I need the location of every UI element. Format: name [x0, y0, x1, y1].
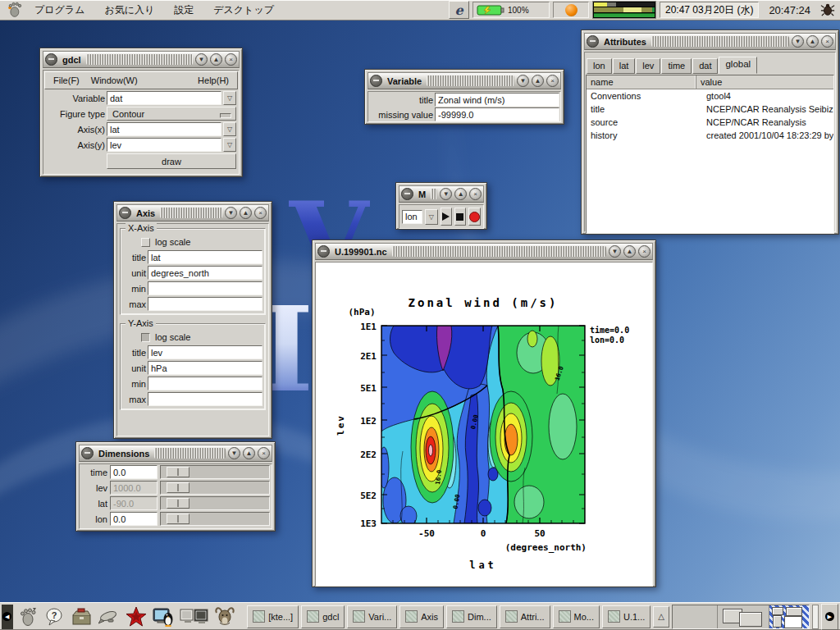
record-button[interactable]: [468, 208, 481, 226]
menu-file[interactable]: File(F): [48, 74, 84, 87]
close-icon[interactable]: ×: [254, 207, 267, 219]
variable-dropdown-icon[interactable]: ▽: [223, 91, 236, 105]
control-center-launcher[interactable]: [70, 605, 94, 629]
enlightenment-launcher-icon[interactable]: e: [449, 1, 469, 19]
window-menu-icon[interactable]: [317, 245, 330, 258]
attributes-titlebar[interactable]: Attributes ▼ ▲ ×: [584, 33, 836, 50]
tab-lon[interactable]: lon: [587, 58, 612, 74]
panel-hide-right-button[interactable]: ▶: [821, 604, 838, 630]
tab-lev[interactable]: lev: [636, 58, 660, 74]
y-max-input[interactable]: [148, 392, 262, 406]
x-unit-input[interactable]: degrees_north: [148, 266, 262, 280]
monitor-titlebar[interactable]: M ▼ ▲ ×: [399, 185, 484, 203]
task-button-dimensions[interactable]: Dim...: [446, 605, 497, 628]
slider-thumb[interactable]: [167, 498, 189, 509]
variable-titlebar[interactable]: Variable ▼ ▲ ×: [368, 72, 561, 89]
tab-dat[interactable]: dat: [692, 58, 718, 74]
red-star-launcher[interactable]: [124, 605, 148, 629]
close-icon[interactable]: ×: [258, 447, 270, 459]
x-title-input[interactable]: lat: [148, 250, 262, 264]
missing-value-input[interactable]: -99999.0: [435, 107, 559, 121]
load-meter-applet[interactable]: [592, 1, 656, 19]
task-button-variable[interactable]: Vari...: [347, 605, 397, 628]
tab-time[interactable]: time: [661, 58, 692, 74]
table-row[interactable]: source NCEP/NCAR Reanalysis: [587, 116, 833, 129]
pager-scroll-strip[interactable]: [812, 605, 819, 629]
minimize-icon[interactable]: ▼: [609, 245, 621, 258]
maximize-icon[interactable]: ▲: [243, 447, 255, 459]
lev-slider[interactable]: [160, 481, 270, 495]
slider-thumb[interactable]: [167, 514, 189, 524]
minimize-icon[interactable]: ▼: [195, 53, 208, 66]
lat-slider[interactable]: [160, 496, 270, 510]
tasklist-popup-button[interactable]: △: [653, 606, 669, 628]
terminal-launcher[interactable]: [151, 605, 176, 629]
menu-window[interactable]: Window(W): [86, 74, 143, 87]
x-min-input[interactable]: [148, 281, 262, 295]
titlebar-grip[interactable]: [160, 208, 222, 218]
x-max-input[interactable]: [148, 297, 262, 311]
task-button-gdcl[interactable]: gdcl: [301, 605, 345, 628]
gnu-launcher[interactable]: [212, 605, 237, 629]
axis-y-dropdown-icon[interactable]: ▽: [223, 138, 236, 152]
minimize-icon[interactable]: ▼: [228, 447, 240, 459]
y-min-input[interactable]: [148, 377, 262, 390]
window-menu-icon[interactable]: [45, 53, 57, 66]
menu-desktop[interactable]: デスクトップ: [205, 1, 282, 20]
task-button-kterm[interactable]: [kte...]: [247, 605, 299, 628]
tab-lat[interactable]: lat: [613, 58, 636, 74]
slider-thumb[interactable]: [167, 482, 189, 493]
window-menu-icon[interactable]: [81, 447, 94, 459]
column-name[interactable]: name: [587, 75, 696, 89]
close-icon[interactable]: ×: [821, 35, 833, 48]
close-icon[interactable]: ×: [225, 53, 237, 66]
y-unit-input[interactable]: hPa: [148, 361, 262, 375]
titlebar-grip[interactable]: [651, 36, 789, 47]
bug-icon[interactable]: [820, 2, 835, 17]
mixer-applet[interactable]: [553, 2, 589, 18]
maximize-icon[interactable]: ▲: [532, 75, 544, 87]
workspace-2[interactable]: [718, 605, 769, 628]
animation-axis-input[interactable]: lon: [402, 210, 422, 224]
gnome-main-menu-foot-icon[interactable]: [5, 1, 23, 19]
gdcl-titlebar[interactable]: gdcl ▼ ▲ ×: [43, 51, 240, 68]
axis-titlebar[interactable]: Axis ▼ ▲ ×: [116, 204, 269, 221]
play-button[interactable]: [441, 208, 452, 226]
draw-button[interactable]: draw: [107, 153, 236, 169]
plot-titlebar[interactable]: U.199901.nc ▼ ▲ ×: [315, 243, 653, 260]
axis-y-input[interactable]: lev: [107, 138, 221, 152]
help-launcher[interactable]: ?: [43, 605, 67, 629]
maximize-icon[interactable]: ▲: [210, 53, 222, 66]
clock-date-applet[interactable]: 20:47 03月20日 (水): [660, 2, 759, 18]
time-input[interactable]: 0.0: [110, 465, 158, 479]
task-button-attributes[interactable]: Attri...: [500, 605, 550, 628]
titlebar-grip[interactable]: [392, 246, 606, 257]
screen-pager-launcher[interactable]: [178, 605, 210, 629]
close-icon[interactable]: ×: [469, 188, 482, 200]
titlebar-grip[interactable]: [86, 54, 193, 65]
axis-x-dropdown-icon[interactable]: ▽: [223, 122, 236, 136]
y-log-scale-checkbox[interactable]: [141, 333, 150, 342]
stop-button[interactable]: [454, 208, 466, 226]
table-row[interactable]: Conventions gtool4: [587, 89, 833, 103]
minimize-icon[interactable]: ▼: [792, 35, 804, 48]
menu-help[interactable]: Help(H): [193, 74, 234, 87]
lon-slider[interactable]: [160, 512, 270, 526]
task-button-monitor[interactable]: Mo...: [553, 605, 600, 628]
titlebar-grip[interactable]: [427, 75, 514, 86]
desk-guide-applet[interactable]: [672, 605, 810, 629]
window-menu-icon[interactable]: [401, 188, 413, 200]
window-menu-icon[interactable]: [587, 35, 599, 48]
table-row[interactable]: history created 2001/10/04 18:23:29 by: [587, 129, 833, 142]
close-icon[interactable]: ×: [546, 75, 559, 87]
task-button-axis[interactable]: Axis: [399, 605, 444, 628]
maximize-icon[interactable]: ▲: [806, 35, 819, 48]
titlebar-grip[interactable]: [154, 448, 226, 459]
x-log-scale-checkbox[interactable]: [141, 238, 150, 247]
tab-global[interactable]: global: [719, 57, 757, 74]
animation-axis-dropdown-icon[interactable]: ▽: [425, 209, 438, 225]
window-menu-icon[interactable]: [119, 207, 131, 219]
title-value[interactable]: Zonal wind (m/s): [435, 93, 559, 107]
panel-hide-left-button[interactable]: ◀: [2, 605, 13, 629]
workspace-1[interactable]: [673, 605, 718, 628]
